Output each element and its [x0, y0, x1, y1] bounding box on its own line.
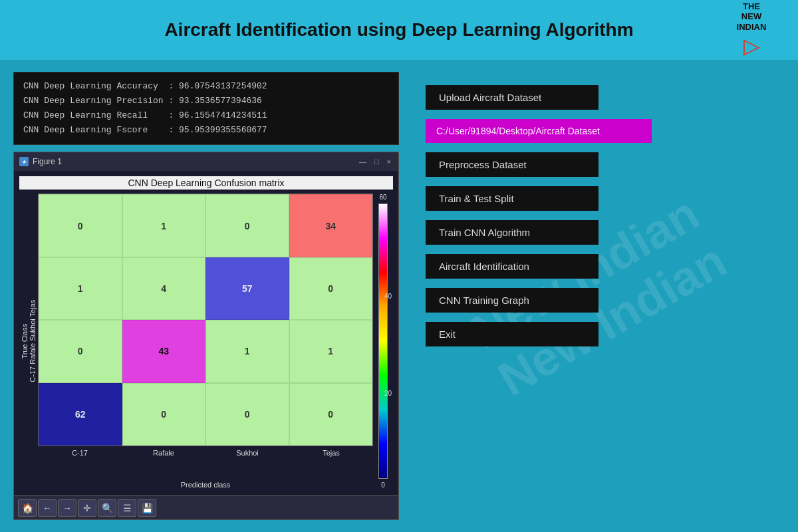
colorbar: 60 40 20 0: [373, 194, 393, 489]
matrix-cell-1-1: 4: [122, 257, 206, 320]
x-label-sukhoi: Sukhoi: [205, 446, 289, 479]
colorbar-bar: [378, 203, 388, 479]
matrix-cell-2-2: 1: [205, 320, 289, 382]
matrix-cell-3-0: 62: [39, 383, 122, 446]
x-label-tejas: Tejas: [289, 446, 373, 479]
upload-dataset-button[interactable]: Upload Aircraft Dataset: [426, 85, 598, 110]
aircraft-identification-button[interactable]: Aircraft Identification: [426, 254, 598, 279]
precision-metric: CNN Deep Learning Precision : 93.3536577…: [23, 94, 389, 108]
accuracy-metric: CNN Deep Learning Accuracy : 96.07543137…: [23, 79, 389, 94]
fscore-metric: CNN Deep Learning Fscore : 95.9539935556…: [23, 123, 389, 138]
train-test-split-button[interactable]: Train & Test Split: [426, 186, 598, 211]
colorbar-20: 20: [384, 390, 392, 397]
x-axis-title: Predicted class: [38, 481, 373, 489]
toolbar-forward-button[interactable]: →: [58, 499, 76, 517]
figure-icon: ★: [19, 157, 29, 166]
matrix-cell-2-0: 0: [39, 320, 122, 382]
metrics-panel: CNN Deep Learning Accuracy : 96.07543137…: [13, 72, 399, 145]
chart-main: 0 1 0 34 1 4 57 0 0 43 1: [38, 194, 373, 489]
toolbar-pan-button[interactable]: ✛: [78, 499, 96, 517]
confusion-matrix-grid: 0 1 0 34 1 4 57 0 0 43 1: [38, 194, 373, 446]
figure-controls[interactable]: — □ ×: [357, 158, 393, 166]
recall-metric: CNN Deep Learning Recall : 96.1554741423…: [23, 108, 389, 123]
y-axis-label: True ClassC-17 Rafale Sukhoi Tejas: [19, 194, 38, 489]
colorbar-40: 40: [384, 293, 392, 300]
toolbar-home-button[interactable]: 🏠: [18, 499, 37, 517]
matrix-cell-3-1: 0: [122, 383, 206, 446]
toolbar-zoom-button[interactable]: 🔍: [98, 499, 116, 517]
right-panel: New IndianNew Indian Upload Aircraft Dat…: [412, 72, 785, 520]
toolbar-config-button[interactable]: ☰: [118, 499, 136, 517]
figure-window: ★ Figure 1 — □ × CNN Deep Learning Confu…: [13, 152, 399, 520]
logo-play-icon: ▷: [743, 33, 760, 59]
cnn-training-graph-button[interactable]: CNN Training Graph: [426, 288, 598, 313]
x-axis-labels: C-17 Rafale Sukhoi Tejas: [38, 446, 373, 479]
left-panel: CNN Deep Learning Accuracy : 96.07543137…: [13, 72, 399, 520]
colorbar-max: 60: [379, 194, 386, 201]
matrix-cell-1-0: 1: [39, 257, 122, 320]
chart-area: CNN Deep Learning Confusion matrix True …: [14, 171, 398, 495]
minimize-button[interactable]: —: [357, 158, 368, 166]
header: Aircraft Identification using Deep Learn…: [0, 0, 798, 60]
matrix-cell-2-1: 43: [122, 320, 206, 382]
logo-text: THE NEW INDIAN: [737, 1, 767, 33]
maximize-button[interactable]: □: [372, 158, 381, 166]
colorbar-min: 0: [381, 481, 385, 489]
figure-toolbar: 🏠 ← → ✛ 🔍 ☰ 💾: [14, 495, 398, 519]
page-title: Aircraft Identification using Deep Learn…: [80, 19, 718, 41]
x-label-c17: C-17: [38, 446, 122, 479]
train-cnn-button[interactable]: Train CNN Algorithm: [426, 220, 598, 245]
logo: THE NEW INDIAN ▷: [718, 1, 785, 59]
exit-button[interactable]: Exit: [426, 322, 598, 346]
chart-container: True ClassC-17 Rafale Sukhoi Tejas 0 1 0…: [19, 194, 393, 489]
chart-title: CNN Deep Learning Confusion matrix: [19, 176, 393, 190]
matrix-cell-3-3: 0: [289, 383, 373, 446]
matrix-cell-1-2: 57: [205, 257, 289, 320]
figure-titlebar: ★ Figure 1 — □ ×: [14, 152, 398, 171]
matrix-cell-0-2: 0: [205, 194, 289, 257]
toolbar-back-button[interactable]: ←: [38, 499, 57, 517]
matrix-cell-2-3: 1: [289, 320, 373, 382]
close-button[interactable]: ×: [385, 158, 393, 166]
matrix-cell-0-0: 0: [39, 194, 122, 257]
matrix-cell-0-1: 1: [122, 194, 206, 257]
matrix-cell-0-3: 34: [289, 194, 373, 257]
toolbar-save-button[interactable]: 💾: [138, 499, 156, 517]
matrix-cell-3-2: 0: [205, 383, 289, 446]
x-label-rafale: Rafale: [122, 446, 205, 479]
matrix-cell-1-3: 0: [289, 257, 373, 320]
preprocess-button[interactable]: Preprocess Dataset: [426, 152, 598, 177]
main-content: CNN Deep Learning Accuracy : 96.07543137…: [0, 60, 798, 532]
dataset-path-display: C:/User/91894/Desktop/Aircraft Dataset: [426, 119, 652, 143]
figure-title-left: ★ Figure 1: [19, 157, 62, 166]
figure-title-text: Figure 1: [33, 157, 62, 166]
